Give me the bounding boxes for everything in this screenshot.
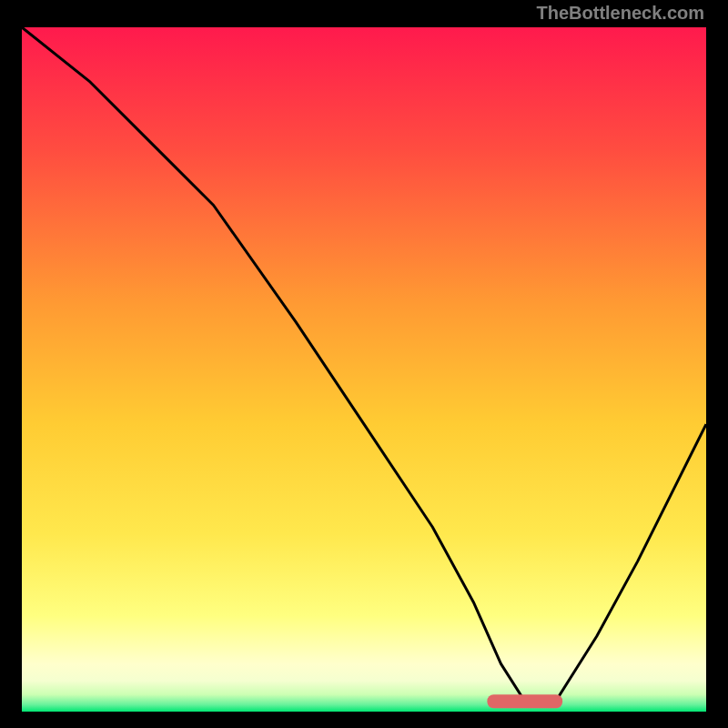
- gradient-background: [22, 27, 706, 712]
- chart-frame: [22, 27, 706, 712]
- bottleneck-chart: [22, 27, 706, 712]
- watermark-text: TheBottleneck.com: [537, 4, 704, 22]
- optimum-marker: [487, 694, 562, 708]
